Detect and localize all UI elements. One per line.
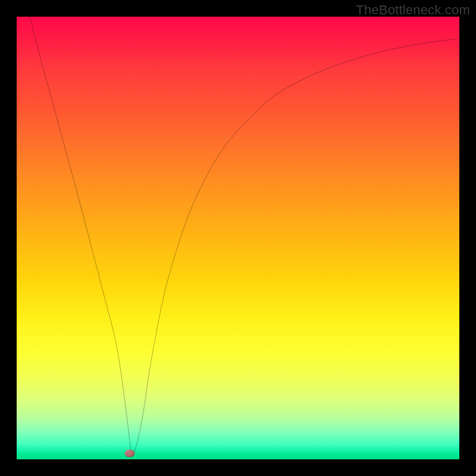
watermark-text: TheBottleneck.com xyxy=(356,2,470,18)
optimal-point-marker xyxy=(124,450,134,458)
bottleneck-curve xyxy=(17,17,459,459)
plot-area xyxy=(17,17,459,459)
chart-frame: TheBottleneck.com xyxy=(0,0,476,476)
